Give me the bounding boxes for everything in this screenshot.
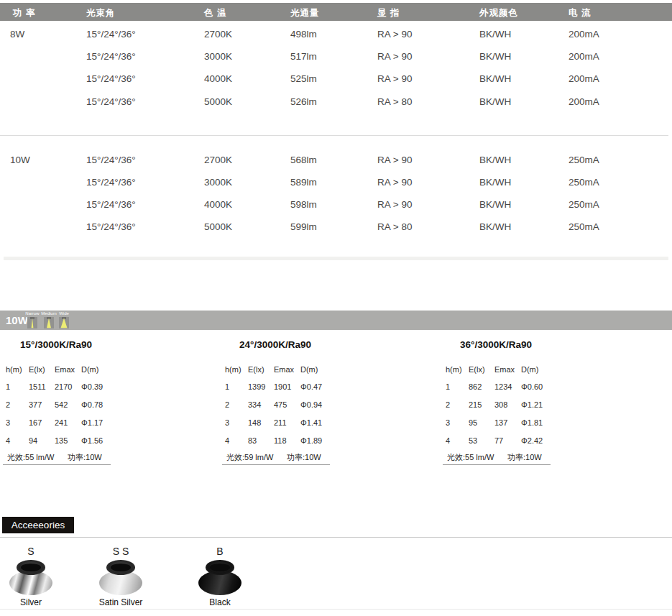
photometric-row: 2 377 542 Φ0.78 — [6, 400, 121, 410]
header-height: h(m) — [225, 365, 241, 374]
header-emax: Emax — [274, 365, 294, 374]
emax-cell: 241 — [55, 418, 68, 427]
flux-cell: 598lm — [290, 199, 317, 210]
beam-angle-cell: 15°/24°/36° — [86, 73, 136, 84]
beam-angle-cell: 15°/24°/36° — [86, 155, 136, 165]
current-cell: 250mA — [569, 221, 599, 232]
power-note: 功率:10W — [507, 452, 542, 463]
power-note: 功率:10W — [68, 452, 102, 463]
current-cell: 200mA — [569, 29, 599, 40]
photometric-row: 2 215 308 Φ1.21 — [446, 400, 561, 410]
cct-cell: 2700K — [204, 155, 232, 165]
cri-cell: RA > 90 — [377, 177, 412, 188]
accessory-item-silver: S Silver — [0, 544, 74, 607]
emax-cell: 137 — [494, 418, 507, 427]
power-note: 功率:10W — [287, 452, 321, 463]
current-cell: 250mA — [569, 177, 599, 188]
ring-hole — [111, 564, 131, 571]
photometric-table-24deg: 24°/3000K/Ra90 h(m) E(lx) Emax D(m) 1 13… — [225, 338, 351, 471]
photometry-banner: 10W Narrow Medium Wide — [0, 311, 672, 330]
beam-angle-cell: 15°/24°/36° — [86, 221, 136, 232]
height-cell: 3 — [446, 418, 450, 427]
beam-label: Wide — [56, 311, 72, 316]
photometric-header-row: h(m) E(lx) Emax D(m) — [446, 365, 561, 375]
color-cell: BK/WH — [479, 29, 511, 40]
accessories-title: Acceeeories — [2, 517, 74, 533]
emax-cell: 118 — [274, 436, 287, 445]
photometric-header-row: h(m) E(lx) Emax D(m) — [225, 365, 340, 375]
current-cell: 250mA — [569, 155, 599, 165]
color-cell: BK/WH — [479, 155, 511, 165]
spec-row: 15°/24°/36° 5000K 526lm RA > 80 BK/WH 20… — [0, 96, 672, 109]
section-divider — [4, 257, 668, 260]
height-cell: 1 — [6, 382, 10, 391]
photometric-row: 4 53 77 Φ2.42 — [446, 436, 561, 446]
cri-cell: RA > 90 — [377, 199, 412, 210]
header-diameter: D(m) — [300, 365, 318, 374]
cri-cell: RA > 90 — [377, 29, 412, 40]
cct-cell: 4000K — [204, 73, 232, 84]
photometric-row: 3 148 211 Φ1.41 — [225, 418, 340, 428]
header-emax: Emax — [494, 365, 515, 374]
lux-cell: 83 — [248, 436, 257, 445]
accessory-name: Satin Silver — [78, 597, 164, 607]
cct-cell: 4000K — [204, 199, 232, 210]
col-header-beam: 光束角 — [86, 7, 116, 19]
beam-option-wide: Wide — [56, 311, 72, 328]
accessory-name: Silver — [0, 597, 74, 607]
cri-cell: RA > 80 — [377, 96, 412, 107]
cct-cell: 5000K — [204, 96, 232, 107]
height-cell: 4 — [446, 436, 450, 445]
header-height: h(m) — [6, 365, 22, 374]
diameter-cell: Φ0.78 — [81, 400, 103, 409]
emax-cell: 135 — [55, 436, 68, 445]
height-cell: 3 — [225, 418, 229, 427]
height-cell: 3 — [6, 418, 10, 427]
spec-row: 15°/24°/36° 4000K 598lm RA > 90 BK/WH 25… — [0, 199, 672, 212]
beam-label: Narrow — [24, 311, 40, 316]
photometric-row: 2 334 475 Φ0.94 — [225, 400, 340, 410]
height-cell: 4 — [6, 436, 10, 445]
beam-triangle-icon — [59, 317, 69, 328]
cri-cell: RA > 90 — [377, 73, 412, 84]
diameter-cell: Φ2.42 — [521, 436, 543, 445]
photometric-table-title: 24°/3000K/Ra90 — [239, 339, 311, 350]
header-lux: E(lx) — [248, 365, 264, 374]
height-cell: 4 — [225, 436, 229, 445]
spec-table-header: 功 率 光束角 色 温 光通量 显 指 外观颜色 电 流 — [0, 3, 672, 21]
beam-angle-cell: 15°/24°/36° — [86, 51, 136, 62]
photometric-header-row: h(m) E(lx) Emax D(m) — [6, 365, 121, 375]
beam-angle-cell: 15°/24°/36° — [86, 96, 136, 107]
satin-silver-trim-ring-image — [98, 560, 143, 596]
cri-cell: RA > 80 — [377, 221, 412, 232]
cct-cell: 2700K — [204, 29, 232, 40]
power-cell: 8W — [10, 29, 24, 40]
table-underline — [3, 464, 111, 465]
emax-cell: 211 — [274, 418, 287, 427]
cct-cell: 3000K — [204, 51, 232, 62]
header-lux: E(lx) — [469, 365, 485, 374]
accessory-code: S S — [78, 544, 164, 558]
datasheet-page: 功 率 光束角 色 温 光通量 显 指 外观颜色 电 流 8W 15°/24°/… — [0, 0, 672, 616]
col-header-color: 外观颜色 — [479, 7, 518, 19]
wide-beam-icon — [59, 317, 69, 328]
spec-row: 10W 15°/24°/36° 2700K 568lm RA > 90 BK/W… — [0, 155, 672, 167]
narrow-beam-icon — [27, 317, 37, 328]
diameter-cell: Φ0.39 — [81, 382, 103, 391]
diameter-cell: Φ0.94 — [300, 400, 322, 409]
accessory-code: S — [0, 544, 74, 558]
height-cell: 1 — [225, 382, 229, 391]
lux-cell: 377 — [29, 400, 42, 409]
lux-cell: 862 — [469, 382, 482, 391]
flux-cell: 589lm — [290, 177, 317, 188]
height-cell: 2 — [225, 400, 229, 409]
efficacy-note: 光效:55 lm/W — [7, 452, 54, 463]
color-cell: BK/WH — [479, 51, 511, 62]
lux-cell: 334 — [248, 400, 261, 409]
black-trim-ring-image — [198, 560, 242, 596]
lux-cell: 53 — [469, 436, 477, 445]
lux-cell: 148 — [248, 418, 261, 427]
header-diameter: D(m) — [81, 365, 98, 374]
current-cell: 200mA — [569, 51, 599, 62]
lux-cell: 215 — [469, 400, 482, 409]
